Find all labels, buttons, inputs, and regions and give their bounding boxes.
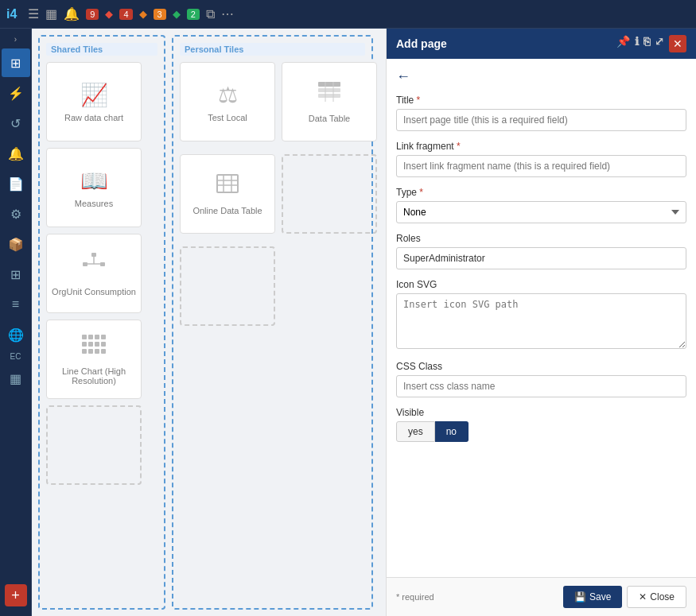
svg-rect-7 [95,335,99,339]
monitor-icon[interactable]: ▦ [45,6,57,21]
content-area: Shared Tiles 📈 Raw data chart 📖 Measures [32,29,386,616]
panel-body: ← Title * Link fragment * [387,59,696,577]
tile-line-chart[interactable]: Line Chart (High Resolution) [46,320,142,399]
menu-icon[interactable]: ☰ [28,6,39,21]
app-logo[interactable]: i4 [6,7,17,21]
panel-footer: * required 💾 Save ✕ Close [387,577,696,616]
add-page-panel: Add page 📌 ℹ ⎘ ⤢ ✕ ← Title * [386,29,696,616]
tiles-container: Shared Tiles 📈 Raw data chart 📖 Measures [32,29,386,616]
personal-tiles-grid: ⚖ Test Local [180,62,365,332]
back-arrow[interactable]: ← [396,68,410,85]
tile-online-data-table[interactable]: Online Data Table [180,154,275,234]
visible-no-button[interactable]: no [435,421,469,442]
svg-rect-0 [91,253,96,257]
svg-rect-8 [101,335,106,339]
sidebar-item-ec[interactable]: ▦ [2,364,30,393]
sidebar-item-settings[interactable]: ⚙ [2,200,30,228]
icon-svg-textarea[interactable] [396,293,686,349]
panel-header: Add page 📌 ℹ ⎘ ⤢ ✕ [387,29,696,59]
visible-toggle: yes no [396,421,686,442]
visible-yes-button[interactable]: yes [396,421,435,442]
shared-tiles-section: Shared Tiles 📈 Raw data chart 📖 Measures [38,35,165,610]
sidebar-item-layers[interactable]: ≡ [2,290,30,319]
title-required-star: * [417,95,421,106]
badge2-icon: ◆ [139,8,147,20]
sidebar-item-document[interactable]: 📄 [2,169,30,198]
type-required-star: * [419,187,423,198]
type-select[interactable]: None Dashboard Report Custom [396,201,686,223]
panel-title: Add page [396,37,447,50]
tile-data-table[interactable]: Data Table [282,62,377,141]
raw-data-chart-icon: 📈 [80,82,108,108]
visible-group: Visible yes no [396,407,686,442]
expand-icon[interactable]: ⤢ [655,35,664,52]
required-note: * required [396,592,434,602]
footer-buttons: 💾 Save ✕ Close [563,586,686,608]
svg-rect-22 [217,175,238,192]
badge1-count: 4 [119,9,132,20]
tile-test-local[interactable]: ⚖ Test Local [180,62,275,141]
roles-input[interactable] [396,247,686,269]
tile-orgunit-consumption[interactable]: OrgUnit Consumption [46,234,142,313]
orgunit-icon [81,251,107,282]
css-class-input[interactable] [396,375,686,397]
sidebar-item-grid[interactable]: ⊞ [2,260,30,289]
add-page-button[interactable]: + [5,584,27,606]
sidebar-item-globe[interactable]: 🌐 [2,320,30,349]
roles-group: Roles [396,233,686,269]
title-label: Title * [396,95,686,106]
bell-icon[interactable]: 🔔 [64,6,80,21]
roles-label: Roles [396,233,686,244]
svg-rect-13 [82,349,87,354]
shared-tiles-header: Shared Tiles [46,43,157,56]
title-input[interactable] [396,109,686,131]
link-fragment-input[interactable] [396,155,686,177]
icon-svg-label: Icon SVG [396,279,686,290]
close-icon-btn: ✕ [639,591,647,602]
sidebar-item-refresh[interactable]: ↺ [2,109,30,138]
visible-label: Visible [396,407,686,418]
more-icon[interactable]: ⋯ [221,6,234,21]
badge3-icon: ◆ [173,8,181,20]
tile-personal-empty1 [282,154,377,234]
type-label: Type * [396,187,686,198]
bell-count: 9 [86,9,99,20]
export-icon[interactable]: ⎘ [644,35,650,52]
sidebar-item-box[interactable]: 📦 [2,230,30,258]
personal-tiles-header: Personal Tiles [180,43,365,56]
tile-personal-empty2 [180,246,275,326]
save-label: Save [589,591,611,602]
close-label: Close [650,591,675,602]
badge3-count: 2 [187,9,200,20]
svg-rect-9 [82,342,87,347]
sidebar-item-bell[interactable]: 🔔 [2,139,30,168]
test-local-label: Test Local [204,113,251,122]
panel-close-button[interactable]: ✕ [669,35,686,52]
svg-rect-19 [318,94,340,98]
icon-svg-group: Icon SVG [396,279,686,351]
measures-label: Measures [72,199,116,208]
tile-measures[interactable]: 📖 Measures [46,148,142,227]
test-local-icon: ⚖ [218,82,238,108]
css-class-group: CSS Class [396,361,686,397]
line-chart-label: Line Chart (High Resolution) [47,366,141,385]
personal-tiles-section: Personal Tiles ⚖ Test Local [172,35,373,610]
sidebar-item-home[interactable]: ⊞ [2,48,30,77]
pin-icon[interactable]: 📌 [616,35,630,52]
save-button[interactable]: 💾 Save [563,586,622,608]
type-group: Type * None Dashboard Report Custom [396,187,686,223]
title-group: Title * [396,95,686,131]
line-chart-icon [81,334,107,362]
badge1-icon: ◆ [105,8,113,20]
css-class-label: CSS Class [396,361,686,372]
info-icon[interactable]: ℹ [635,35,639,52]
copy-icon[interactable]: ⧉ [206,7,215,21]
svg-rect-11 [95,342,99,347]
tile-raw-data-chart[interactable]: 📈 Raw data chart [46,62,142,141]
close-button[interactable]: ✕ Close [627,586,686,608]
svg-rect-10 [88,342,93,347]
svg-rect-12 [101,342,106,347]
main-layout: › ⊞ ⚡ ↺ 🔔 📄 ⚙ 📦 ⊞ ≡ 🌐 EC ▦ + Shared Tile… [0,29,696,616]
sidebar-item-lightning[interactable]: ⚡ [2,79,30,107]
sidebar-toggle[interactable]: › [14,32,17,47]
